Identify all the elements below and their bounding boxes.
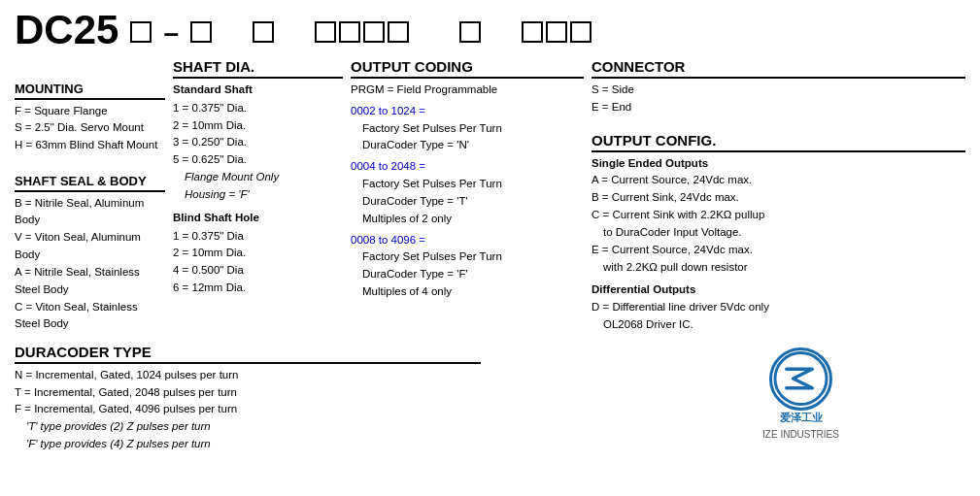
box-config3 <box>570 21 591 43</box>
range1: 0002 to 1024 = <box>351 105 425 116</box>
shaft-seal-body: B = Nitrile Seal, Aluminum Body V = Vito… <box>15 195 165 334</box>
range3-line1: Factory Set Pulses Per Turn <box>351 248 584 266</box>
logo-brand: 爱泽工业 <box>780 411 823 425</box>
seal-a: A = Nitrile Seal, Stainless Steel Body <box>15 264 165 299</box>
shaft-1: 1 = 0.375" Dia. <box>173 100 343 117</box>
range2-line2: DuraCoder Type = 'T' <box>351 193 584 211</box>
box-config1 <box>522 21 543 43</box>
seal-c: C = Viton Seal, Stainless Steel Body <box>15 299 165 334</box>
standard-shaft-label: Standard Shaft <box>173 82 343 99</box>
box-shaft-seal <box>190 21 212 43</box>
range2: 0004 to 2048 = <box>351 160 425 172</box>
shaft-housing-note: Housing = 'F' <box>173 186 343 204</box>
box-mounting <box>130 21 152 43</box>
output-coding-title: OUTPUT CODING <box>351 58 584 79</box>
connector-title: CONNECTOR <box>591 58 965 79</box>
duracoder-section: DURACODER TYPE N = Incremental, Gated, 1… <box>15 344 481 453</box>
shaft-dia-body: Standard Shaft 1 = 0.375" Dia. 2 = 10mm … <box>173 82 343 297</box>
blind-shaft-label: Blind Shaft Hole <box>173 210 343 227</box>
range3-line2: DuraCoder Type = 'F' <box>351 266 584 283</box>
mounting-body: F = Square Flange S = 2.5" Dia. Servo Mo… <box>15 103 165 154</box>
config-c: C = Current Sink with 2.2KΩ pullup <box>591 207 965 224</box>
config-d-cont: OL2068 Driver IC. <box>591 316 965 334</box>
duracoder-title: DURACODER TYPE <box>15 344 481 364</box>
shaft-dia-section: Standard Shaft 1 = 0.375" Dia. 2 = 10mm … <box>173 82 343 297</box>
shaft-5: 5 = 0.625" Dia. <box>173 151 343 169</box>
shaft-seal-title: SHAFT SEAL & BODY <box>15 174 165 192</box>
seal-v: V = Viton Seal, Aluminum Body <box>15 229 165 264</box>
range2-line3: Multiples of 2 only <box>351 211 584 228</box>
logo-circle <box>769 347 832 411</box>
mounting-item-h: H = 63mm Blind Shaft Mount <box>15 137 165 154</box>
logo-area: 爱泽工业 IZE INDUSTRIES <box>636 344 965 441</box>
range3: 0008 to 4096 = <box>351 234 425 246</box>
duracoder-body: N = Incremental, Gated, 1024 pulses per … <box>15 367 481 453</box>
dash: – <box>163 17 179 49</box>
duracoder-f-note: 'F' type provides (4) Z pulses per turn <box>15 436 481 453</box>
config-c-cont: to DuraCoder Input Voltage. <box>591 224 965 242</box>
range2-line1: Factory Set Pulses Per Turn <box>351 176 584 193</box>
shaft-flange-note: Flange Mount Only <box>173 169 343 186</box>
box-connector <box>459 21 481 43</box>
box-config2 <box>546 21 567 43</box>
config-e: E = Current Source, 24Vdc max. <box>591 242 965 259</box>
output-coding-section: PRGM = Field Programmable 0002 to 1024 =… <box>351 82 584 301</box>
prgm-line: PRGM = Field Programmable <box>351 82 584 99</box>
col4-sections: S = Side E = End OUTPUT CONFIG. Single E… <box>591 82 965 334</box>
config-b: B = Current Sink, 24Vdc max. <box>591 189 965 207</box>
range1-line1: Factory Set Pulses Per Turn <box>351 120 584 138</box>
logo-svg <box>772 349 829 408</box>
box-group-output <box>315 21 409 43</box>
blind-2: 2 = 10mm Dia. <box>173 245 343 262</box>
single-ended-label: Single Ended Outputs <box>591 155 965 173</box>
connector-body: S = Side E = End <box>591 82 965 116</box>
duracoder-n: N = Incremental, Gated, 1024 pulses per … <box>15 367 481 384</box>
blind-4: 4 = 0.500" Dia <box>173 262 343 280</box>
blind-1: 1 = 0.375" Dia <box>173 228 343 246</box>
logo-sub: IZE INDUSTRIES <box>762 428 839 441</box>
duracoder-t-note: 'T' type provides (2) Z pulses per turn <box>15 418 481 436</box>
col1-sections: MOUNTING F = Square Flange S = 2.5" Dia.… <box>15 82 165 333</box>
output-coding-body: PRGM = Field Programmable 0002 to 1024 =… <box>351 82 584 301</box>
mounting-item-f: F = Square Flange <box>15 103 165 120</box>
differential-label: Differential Outputs <box>591 281 965 299</box>
duracoder-f: F = Incremental, Gated, 4096 pulses per … <box>15 401 481 418</box>
shaft-dia-title: SHAFT DIA. <box>173 58 343 79</box>
page: DC25 – <box>0 0 980 496</box>
box-output2 <box>339 21 360 43</box>
shaft-2: 2 = 10mm Dia. <box>173 117 343 135</box>
config-e-cont: with 2.2KΩ pull down resistor <box>591 259 965 277</box>
connector-e: E = End <box>591 99 965 116</box>
range3-line3: Multiples of 4 only <box>351 283 584 301</box>
seal-b: B = Nitrile Seal, Aluminum Body <box>15 195 165 230</box>
config-a: A = Current Source, 24Vdc max. <box>591 172 965 189</box>
shaft-3: 3 = 0.250" Dia. <box>173 134 343 151</box>
box-shaft-dia <box>253 21 274 43</box>
blind-6: 6 = 12mm Dia. <box>173 280 343 297</box>
range1-line2: DuraCoder Type = 'N' <box>351 137 584 154</box>
output-config-body: Single Ended Outputs A = Current Source,… <box>591 155 965 334</box>
output-config-title: OUTPUT CONFIG. <box>591 132 965 152</box>
model-title: DC25 <box>15 10 118 50</box>
connector-s: S = Side <box>591 82 965 99</box>
svg-point-0 <box>775 353 827 405</box>
mounting-title: MOUNTING <box>15 82 165 100</box>
config-d: D = Differential line driver 5Vdc only <box>591 299 965 316</box>
duracoder-t: T = Incremental, Gated, 2048 pulses per … <box>15 384 481 402</box>
mounting-item-s: S = 2.5" Dia. Servo Mount <box>15 119 165 137</box>
box-output3 <box>363 21 385 43</box>
box-output4 <box>388 21 409 43</box>
box-output1 <box>315 21 336 43</box>
header: DC25 – <box>15 10 965 50</box>
box-group-config <box>522 21 591 43</box>
